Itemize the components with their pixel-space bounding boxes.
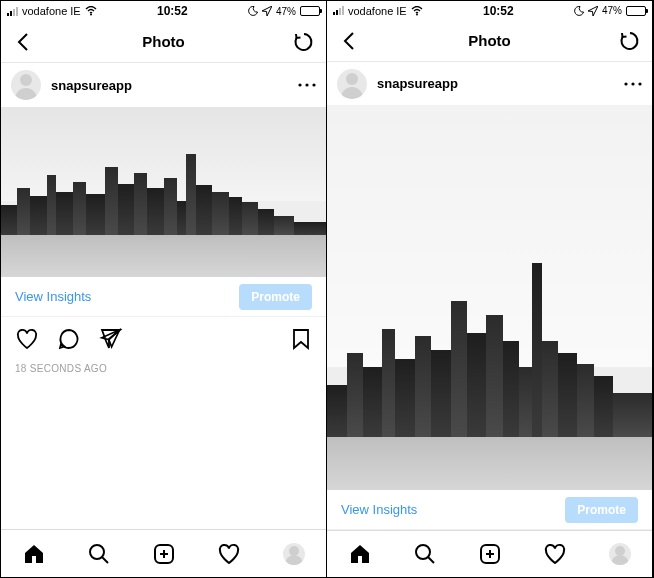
signal-icon	[333, 6, 344, 15]
insights-row: View Insights Promote	[1, 277, 326, 317]
svg-point-5	[90, 545, 104, 559]
refresh-button[interactable]	[292, 30, 316, 54]
svg-point-2	[305, 83, 308, 86]
username[interactable]: snapsureapp	[377, 76, 614, 91]
username[interactable]: snapsureapp	[51, 78, 288, 93]
tab-new-post[interactable]	[477, 541, 503, 567]
carrier-label: vodafone IE	[22, 5, 81, 17]
back-button[interactable]	[337, 29, 361, 53]
svg-point-3	[312, 83, 315, 86]
tab-activity[interactable]	[216, 541, 242, 567]
page-title: Photo	[468, 32, 511, 49]
battery-icon	[626, 6, 646, 16]
svg-line-6	[102, 557, 108, 563]
dnd-icon	[248, 6, 258, 16]
comment-button[interactable]	[57, 327, 81, 351]
tab-search[interactable]	[86, 541, 112, 567]
tab-bar	[1, 529, 326, 577]
tab-bar	[327, 530, 652, 577]
avatar[interactable]	[337, 69, 367, 99]
wifi-icon	[411, 6, 423, 16]
tab-activity[interactable]	[542, 541, 568, 567]
like-button[interactable]	[15, 327, 39, 351]
svg-point-14	[416, 545, 430, 559]
location-icon	[588, 6, 598, 16]
nav-bar: Photo	[1, 21, 326, 63]
svg-point-12	[631, 82, 634, 85]
more-button[interactable]	[298, 83, 316, 87]
tab-profile[interactable]	[607, 541, 633, 567]
view-insights-link[interactable]: View Insights	[15, 289, 91, 304]
tab-home[interactable]	[21, 541, 47, 567]
svg-point-10	[416, 13, 418, 15]
page-title: Photo	[142, 33, 185, 50]
post-header: snapsureapp	[327, 62, 652, 105]
refresh-button[interactable]	[618, 29, 642, 53]
action-row	[1, 317, 326, 361]
bookmark-button[interactable]	[290, 327, 312, 351]
post-photo[interactable]	[327, 105, 652, 490]
clock: 10:52	[157, 4, 188, 18]
more-button[interactable]	[624, 82, 642, 86]
signal-icon	[7, 7, 18, 16]
svg-point-11	[624, 82, 627, 85]
svg-point-0	[90, 14, 92, 16]
screenshot-left: vodafone IE 10:52 47% Photo	[1, 1, 327, 577]
back-button[interactable]	[11, 30, 35, 54]
insights-row: View Insights Promote	[327, 490, 652, 529]
nav-bar: Photo	[327, 21, 652, 62]
avatar[interactable]	[11, 70, 41, 100]
promote-button[interactable]: Promote	[239, 284, 312, 310]
svg-point-13	[638, 82, 641, 85]
status-bar: vodafone IE 10:52 47%	[327, 1, 652, 21]
svg-line-15	[428, 557, 434, 563]
view-insights-link[interactable]: View Insights	[341, 502, 417, 517]
timestamp: 18 SECONDS AGO	[1, 361, 326, 376]
location-icon	[262, 6, 272, 16]
carrier-label: vodafone IE	[348, 5, 407, 17]
post-header: snapsureapp	[1, 63, 326, 107]
tab-search[interactable]	[412, 541, 438, 567]
promote-button[interactable]: Promote	[565, 497, 638, 523]
wifi-icon	[85, 6, 97, 16]
clock: 10:52	[483, 4, 514, 18]
battery-pct: 47%	[602, 5, 622, 16]
tab-profile[interactable]	[281, 541, 307, 567]
tab-new-post[interactable]	[151, 541, 177, 567]
post-photo[interactable]	[1, 107, 326, 277]
share-button[interactable]	[99, 327, 123, 351]
battery-pct: 47%	[276, 6, 296, 17]
status-bar: vodafone IE 10:52 47%	[1, 1, 326, 21]
battery-icon	[300, 6, 320, 16]
tab-home[interactable]	[347, 541, 373, 567]
dnd-icon	[574, 6, 584, 16]
svg-point-1	[298, 83, 301, 86]
screenshot-right: vodafone IE 10:52 47% Photo	[327, 1, 653, 577]
